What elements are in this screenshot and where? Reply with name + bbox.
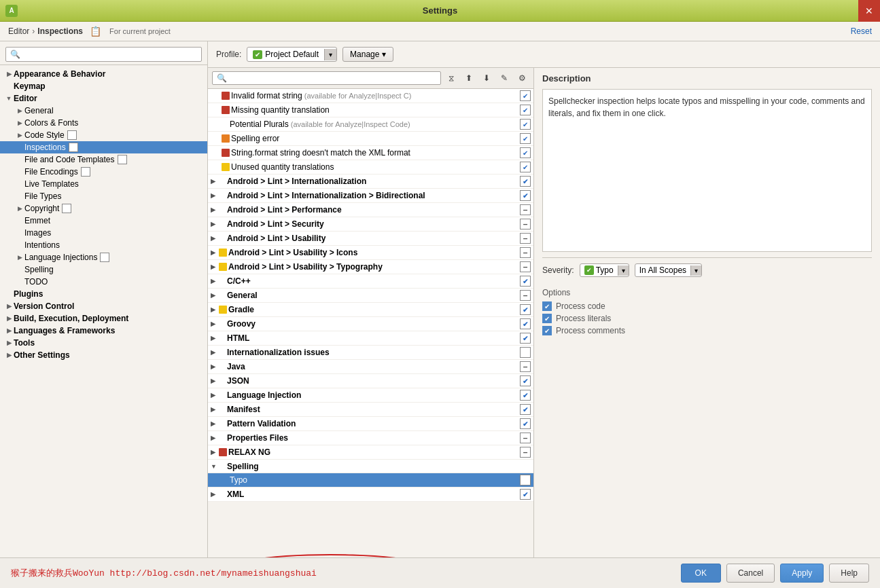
sidebar-item-code-style[interactable]: ▶Code Style	[0, 129, 207, 141]
sidebar-item-images[interactable]: Images	[0, 227, 207, 239]
insp-item-lang-injection[interactable]: ▶Language Injection✔	[208, 388, 533, 403]
settings-button[interactable]: ⚙	[514, 71, 529, 86]
sidebar-item-language-injections[interactable]: ▶Language Injections	[0, 251, 207, 263]
sidebar-item-colors-fonts[interactable]: ▶Colors & Fonts	[0, 117, 207, 129]
expand-all-button[interactable]: ⬆	[461, 71, 476, 86]
insp-item-android-lint-usab[interactable]: ▶Android > Lint > Usability–	[208, 232, 533, 246]
dash-checkbox-android-lint-usab-icons[interactable]: –	[520, 247, 531, 258]
sidebar-item-file-code-templates[interactable]: File and Code Templates	[0, 153, 207, 166]
sidebar-item-file-types[interactable]: File Types	[0, 190, 207, 202]
inspection-search-input[interactable]	[230, 73, 436, 83]
sidebar-item-editor[interactable]: ▼Editor	[0, 92, 207, 105]
dash-checkbox-general[interactable]: –	[520, 290, 531, 301]
reset-link[interactable]: Reset	[851, 26, 872, 36]
insp-item-invalid-format[interactable]: Invalid format string (available for Ana…	[208, 89, 533, 103]
sidebar-item-appearance[interactable]: ▶Appearance & Behavior	[0, 68, 207, 80]
scope-dropdown-arrow[interactable]: ▾	[690, 265, 701, 276]
insp-item-typo[interactable]: Typo✔	[208, 473, 533, 488]
cancel-button[interactable]: Cancel	[726, 564, 775, 583]
close-button[interactable]: ✕	[858, 0, 880, 22]
checkbox-invalid-format[interactable]: ✔	[520, 90, 531, 101]
sidebar-item-build-exec-deploy[interactable]: ▶Build, Execution, Deployment	[0, 312, 207, 325]
dash-checkbox-android-lint-perf[interactable]: –	[520, 204, 531, 215]
insp-item-html[interactable]: ▶HTML✔	[208, 331, 533, 346]
severity-dropdown[interactable]: ✔ Typo ▾	[580, 263, 629, 277]
insp-item-missing-qty-trans[interactable]: Missing quantity translation✔	[208, 103, 533, 117]
insp-item-spelling-error[interactable]: Spelling error✔	[208, 132, 533, 146]
sidebar-item-todo[interactable]: TODO	[0, 276, 207, 288]
checkbox-spelling-error[interactable]: ✔	[520, 133, 531, 144]
checkbox-json[interactable]: ✔	[520, 375, 531, 386]
sidebar-item-live-templates[interactable]: Live Templates	[0, 178, 207, 190]
option-checkbox-process-comments[interactable]: ✔	[542, 326, 552, 335]
checkbox-android-lint-intl[interactable]: ✔	[520, 176, 531, 187]
checkbox-lang-injection[interactable]: ✔	[520, 390, 531, 401]
sidebar-item-emmet[interactable]: Emmet	[0, 215, 207, 227]
checkbox-gradle[interactable]: ✔	[520, 304, 531, 315]
sidebar-item-tools[interactable]: ▶Tools	[0, 337, 207, 349]
severity-dropdown-arrow[interactable]: ▾	[618, 265, 629, 276]
checkbox-unused-qty[interactable]: ✔	[520, 162, 531, 172]
insp-item-properties-files[interactable]: ▶Properties Files–	[208, 431, 533, 445]
sidebar-item-inspections[interactable]: Inspections	[0, 141, 207, 153]
dash-checkbox-properties-files[interactable]: –	[520, 433, 531, 443]
insp-item-string-format[interactable]: String.format string doesn't match the X…	[208, 146, 533, 160]
sidebar-item-plugins[interactable]: Plugins	[0, 288, 207, 300]
option-checkbox-process-literals[interactable]: ✔	[542, 314, 552, 323]
insp-item-android-lint-intl[interactable]: ▶Android > Lint > Internationalization✔	[208, 174, 533, 189]
insp-item-spelling-cat[interactable]: ▼Spelling	[208, 460, 533, 473]
insp-item-xml[interactable]: ▶XML✔	[208, 488, 533, 502]
checkbox-unchecked-intl-issues[interactable]: ✔	[520, 347, 531, 358]
sidebar-item-intentions[interactable]: Intentions	[0, 239, 207, 251]
checkbox-cpp[interactable]: ✔	[520, 276, 531, 287]
checkbox-missing-qty-trans[interactable]: ✔	[520, 105, 531, 115]
inspection-search[interactable]: 🔍	[212, 71, 441, 85]
insp-item-android-lint-perf[interactable]: ▶Android > Lint > Performance–	[208, 203, 533, 217]
insp-item-pattern-validation[interactable]: ▶Pattern Validation✔	[208, 417, 533, 431]
sidebar-item-other-settings[interactable]: ▶Other Settings	[0, 349, 207, 361]
manage-button[interactable]: Manage ▾	[342, 47, 393, 62]
insp-item-json[interactable]: ▶JSON✔	[208, 374, 533, 388]
scope-dropdown[interactable]: In All Scopes ▾	[635, 263, 702, 277]
checkbox-groovy[interactable]: ✔	[520, 318, 531, 329]
insp-item-groovy[interactable]: ▶Groovy✔	[208, 317, 533, 331]
insp-item-gradle[interactable]: ▶Gradle✔	[208, 303, 533, 317]
insp-item-intl-issues[interactable]: ▶Internationalization issues✔	[208, 346, 533, 360]
insp-item-android-lint-usab-icons[interactable]: ▶Android > Lint > Usability > Icons–	[208, 246, 533, 260]
sidebar-item-file-encodings[interactable]: File Encodings	[0, 166, 207, 178]
insp-item-java[interactable]: ▶Java–	[208, 360, 533, 374]
sidebar-item-keymap[interactable]: Keymap	[0, 80, 207, 92]
dash-checkbox-android-lint-usab[interactable]: –	[520, 233, 531, 244]
help-button[interactable]: Help	[829, 564, 869, 583]
checkbox-xml[interactable]: ✔	[520, 489, 531, 500]
insp-item-relax-ng[interactable]: ▶RELAX NG–	[208, 445, 533, 460]
option-checkbox-process-code[interactable]: ✔	[542, 301, 552, 311]
sidebar-item-general[interactable]: ▶General	[0, 105, 207, 117]
insp-item-cpp[interactable]: ▶C/C++✔	[208, 274, 533, 289]
checkbox-potential-plurals[interactable]: ✔	[520, 119, 531, 130]
sidebar-item-languages-frameworks[interactable]: ▶Languages & Frameworks	[0, 325, 207, 337]
dash-checkbox-android-lint-sec[interactable]: –	[520, 219, 531, 229]
sidebar-search-input[interactable]	[5, 47, 202, 62]
sidebar-item-copyright[interactable]: ▶Copyright	[0, 202, 207, 215]
checkbox-android-lint-intl-bi[interactable]: ✔	[520, 190, 531, 201]
dash-checkbox-relax-ng[interactable]: –	[520, 447, 531, 458]
insp-item-general[interactable]: ▶General–	[208, 289, 533, 303]
profile-dropdown[interactable]: ✔ Project Default ▾	[247, 47, 337, 62]
checkbox-pattern-validation[interactable]: ✔	[520, 418, 531, 429]
checkbox-unchecked-typo[interactable]: ✔	[520, 475, 531, 485]
sidebar-item-version-control[interactable]: ▶Version Control	[0, 300, 207, 312]
insp-item-android-lint-usab-typo[interactable]: ▶Android > Lint > Usability > Typography…	[208, 260, 533, 274]
ok-button[interactable]: OK	[681, 564, 721, 583]
edit-button[interactable]: ✎	[497, 71, 512, 86]
dash-checkbox-android-lint-usab-typo[interactable]: –	[520, 261, 531, 272]
profile-dropdown-arrow[interactable]: ▾	[324, 49, 336, 60]
insp-item-android-lint-sec[interactable]: ▶Android > Lint > Security–	[208, 217, 533, 232]
checkbox-manifest[interactable]: ✔	[520, 404, 531, 415]
insp-item-potential-plurals[interactable]: Potential Plurals (available for Analyze…	[208, 117, 533, 132]
filter-button[interactable]: ⧖	[444, 71, 459, 86]
insp-item-unused-qty[interactable]: Unused quantity translations✔	[208, 160, 533, 174]
apply-button[interactable]: Apply	[780, 564, 824, 583]
checkbox-string-format[interactable]: ✔	[520, 147, 531, 158]
insp-item-manifest[interactable]: ▶Manifest✔	[208, 403, 533, 417]
